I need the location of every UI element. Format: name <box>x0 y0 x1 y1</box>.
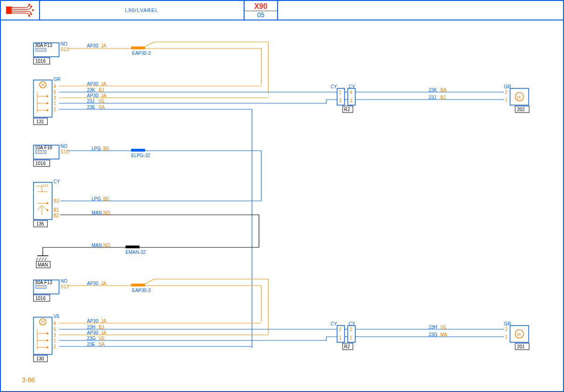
svg-point-2 <box>30 6 32 7</box>
wire-label: AP30 <box>87 330 99 335</box>
wire-label: LPG <box>92 196 101 201</box>
component-id: 1016 <box>35 59 46 64</box>
wire-color: JA <box>101 281 106 286</box>
pin: 1 <box>339 335 342 340</box>
pin: 3 <box>53 95 56 100</box>
pin-label: NO <box>60 279 67 284</box>
wiring-diagram-page: L90/LVAREL X90 05 30A F13 NO S13 1016 AP… <box>0 0 564 392</box>
fuse-rating: 30A F13 <box>35 43 53 48</box>
conn-color: GR <box>53 77 60 82</box>
svg-point-16 <box>47 103 48 104</box>
pin: 5 <box>53 90 56 95</box>
svg-point-17 <box>47 110 48 111</box>
svg-point-55 <box>47 340 48 341</box>
svg-line-42 <box>45 258 46 260</box>
pin: B3 <box>53 199 60 204</box>
code-main: X90 <box>245 2 277 11</box>
wire-label: AP30 <box>87 281 99 286</box>
wire-color: JA <box>101 330 106 335</box>
svg-rect-49 <box>131 284 145 286</box>
wire-label: AP30 <box>87 43 99 48</box>
pin: 4 <box>53 84 56 89</box>
component-id: 1016 <box>35 296 46 301</box>
wire-color: NO <box>103 243 110 248</box>
conn-color: GR <box>504 321 511 326</box>
splice-label: EAP30-3 <box>132 288 151 293</box>
circuit-logo-icon <box>6 4 34 17</box>
wiring-diagram-svg: 30A F13 NO S13 1016 AP30 JA EAP30-3 GR 4… <box>1 20 563 391</box>
code-sub: 05 <box>245 11 277 19</box>
pin: 2 <box>53 344 56 349</box>
wire-label: 23H <box>429 325 437 330</box>
conn-color: CY <box>331 321 337 326</box>
wire-label: AP30 <box>87 93 99 98</box>
svg-rect-44 <box>126 246 139 248</box>
fuse-rating: 30A F13 <box>35 280 53 285</box>
splice-label: EMAN-32 <box>126 250 146 255</box>
wire-label: 23K <box>429 87 437 93</box>
wire-label: 23E <box>87 342 95 347</box>
pin: 4 <box>350 90 352 95</box>
pin: 3 <box>339 98 342 103</box>
wire-label: 23J <box>429 95 436 100</box>
conn-color: VE <box>53 314 60 319</box>
svg-rect-33 <box>33 182 52 219</box>
wire-label: AP30 <box>87 81 99 86</box>
wire-color: JA <box>101 43 106 48</box>
svg-point-3 <box>30 13 32 15</box>
wire-color: NO <box>103 210 110 215</box>
wire-label: MAN <box>92 210 102 215</box>
component-id: 1016 <box>35 161 46 166</box>
pin: 1 <box>505 334 508 339</box>
header-spacer <box>278 1 563 20</box>
fuse-block-1016-b: 10A F18 NO S18 1016 <box>33 144 69 166</box>
svg-rect-50 <box>33 317 52 354</box>
diagram-code: X90 05 <box>245 1 278 20</box>
header-bar: L90/LVAREL X90 05 <box>1 1 563 20</box>
wire-color: BE <box>103 146 110 151</box>
pin: 3 <box>350 98 352 103</box>
document-title: L90/LVAREL <box>40 1 245 20</box>
pin-label: NO <box>60 41 67 47</box>
svg-rect-11 <box>33 80 52 117</box>
pin: 2 <box>339 327 342 332</box>
pin: B1 <box>53 207 60 213</box>
svg-point-34 <box>47 203 48 204</box>
svg-point-54 <box>47 333 48 334</box>
component-id: MAN <box>38 262 48 267</box>
connector-130: VE 4 5 3 1 2 130 <box>33 314 60 362</box>
component-id: R2 <box>344 107 350 112</box>
pin: 1 <box>505 97 508 102</box>
wire-color: BJ <box>99 325 104 330</box>
fuse-block-1016-a: 30A F13 NO S13 1016 <box>33 41 69 64</box>
component-id: 202 <box>517 107 525 112</box>
splice-label: ELPG-32 <box>131 153 151 158</box>
wire-label: 23E <box>87 105 95 110</box>
logo-cell <box>1 1 40 20</box>
pin: 1 <box>350 335 352 340</box>
wire-color: SA <box>99 105 105 110</box>
wire-color: BE <box>103 196 110 201</box>
svg-line-41 <box>42 258 44 260</box>
component-id: 135 <box>36 221 44 226</box>
wire-color: VE <box>440 325 447 330</box>
wire-color: VE <box>99 336 105 341</box>
svg-rect-10 <box>131 47 145 49</box>
wire-color: VE <box>99 99 105 104</box>
svg-point-4 <box>28 15 30 17</box>
wire-color: JA <box>101 81 106 86</box>
wire-color: SA <box>99 342 105 347</box>
wire-label: AP30 <box>87 319 99 324</box>
pin: 2 <box>505 90 508 95</box>
wire-label: MAN <box>92 243 102 248</box>
connector-135: CY B3 B1 B2 135 <box>33 179 60 227</box>
wire-label: 23H <box>87 325 95 330</box>
svg-line-40 <box>39 258 41 260</box>
svg-point-5 <box>32 9 34 11</box>
conn-color: GR <box>504 84 511 89</box>
conn-color: CY <box>53 179 60 184</box>
ground-man: MAN <box>36 247 50 268</box>
connector-r2-top: CY CY 1 3 4 3 R2 <box>331 84 355 113</box>
pin-num: S13 <box>60 284 69 289</box>
pin: 3 <box>53 332 56 338</box>
